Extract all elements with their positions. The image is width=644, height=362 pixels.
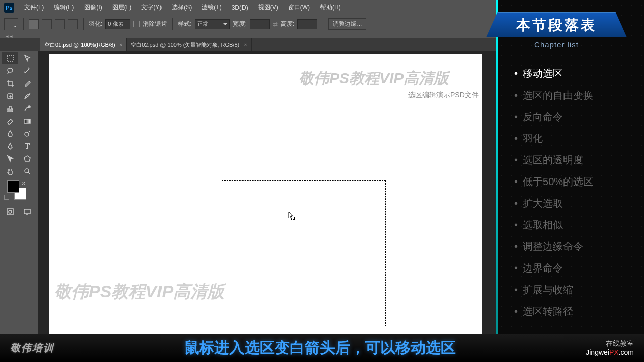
tab-doc1-label: 空白01.psd @ 100%(RGB/8): [44, 41, 115, 49]
healing-tool[interactable]: [2, 90, 18, 102]
selection-subtract[interactable]: [55, 19, 65, 29]
chapter-item-8[interactable]: 调整边缘命令: [514, 236, 644, 257]
feather-input[interactable]: [105, 19, 130, 29]
chapter-item-0[interactable]: 移动选区: [514, 63, 644, 84]
gradient-tool[interactable]: [19, 115, 35, 127]
stamp-tool[interactable]: [2, 103, 18, 115]
chapter-list: 移动选区 选区的自由变换 反向命令 羽化 选区的透明度 低于50%的选区 扩大选…: [496, 63, 644, 322]
menu-3d[interactable]: 3D(D): [227, 4, 253, 11]
chapter-item-6[interactable]: 扩大选取: [514, 193, 644, 214]
crop-tool[interactable]: [2, 77, 18, 89]
svg-point-9: [9, 210, 12, 213]
brand-right-url: JingweiPX.com: [586, 348, 634, 356]
ps-logo: Ps: [4, 3, 14, 13]
svg-point-5: [25, 132, 29, 136]
bottom-bar: 敬伟培训 鼠标进入选区变白箭头后，可以移动选区 在线教室 JingweiPX.c…: [0, 334, 644, 362]
blur-tool[interactable]: [2, 128, 18, 140]
chapter-item-10[interactable]: 扩展与收缩: [514, 279, 644, 301]
move-tool[interactable]: [19, 52, 35, 64]
menu-window[interactable]: 窗口(W): [283, 3, 315, 12]
svg-rect-0: [7, 55, 13, 61]
subtitle-text: 鼠标进入选区变白箭头后，可以移动选区: [184, 338, 456, 358]
menu-layer[interactable]: 图层(L): [107, 3, 137, 12]
zoom-tool[interactable]: [19, 165, 35, 177]
eyedropper-tool[interactable]: [19, 77, 35, 89]
menu-view[interactable]: 视图(V): [253, 3, 283, 12]
selection-new[interactable]: [29, 19, 39, 29]
height-input[interactable]: [297, 19, 317, 29]
brush-tool[interactable]: [19, 90, 35, 102]
tool-palette: ⤭: [0, 51, 38, 362]
brand-left: 敬伟培训: [10, 341, 54, 355]
style-label: 样式:: [178, 20, 191, 28]
selection-intersect[interactable]: [68, 19, 78, 29]
tool-preset-picker[interactable]: [4, 18, 18, 30]
pen-tool[interactable]: [2, 140, 18, 152]
antialias-checkbox[interactable]: [133, 21, 140, 27]
menu-type[interactable]: 文字(Y): [136, 3, 167, 12]
chapter-item-2[interactable]: 反向命令: [514, 106, 644, 128]
refine-edge-button[interactable]: 调整边缘...: [328, 18, 366, 30]
tab-doc1-close[interactable]: ×: [119, 42, 122, 48]
feather-label: 羽化:: [89, 20, 102, 28]
path-select-tool[interactable]: [2, 153, 18, 165]
type-tool[interactable]: [19, 140, 35, 152]
antialias-label: 消除锯齿: [143, 20, 167, 28]
menu-bar: Ps 文件(F) 编辑(E) 图像(I) 图层(L) 文字(Y) 选择(S) 滤…: [0, 0, 496, 15]
swap-colors-icon[interactable]: ⤭: [21, 180, 25, 186]
brand-right-top: 在线教室: [586, 339, 634, 348]
width-label: 宽度:: [233, 20, 247, 28]
collapse-bar[interactable]: ◄◄: [0, 33, 496, 38]
canvas-area[interactable]: 敬伟PS教程VIP高清版 选区编辑演示PSD文件 敬伟PS教程VIP高清版: [38, 51, 496, 362]
svg-rect-8: [7, 209, 13, 215]
tab-doc2[interactable]: 空白02.psd @ 100% (矢量智能对象, RGB/8) ×: [127, 38, 251, 51]
chapter-item-4[interactable]: 选区的透明度: [514, 149, 644, 171]
svg-rect-10: [24, 209, 30, 214]
chapter-item-1[interactable]: 选区的自由变换: [514, 84, 644, 106]
svg-point-7: [25, 169, 29, 173]
chapter-item-7[interactable]: 选取相似: [514, 214, 644, 236]
options-bar: 羽化: 消除锯齿 样式: 正常 宽度: ⇄ 高度: 调整边缘...: [0, 15, 496, 33]
foreground-color[interactable]: [7, 180, 19, 193]
menu-select[interactable]: 选择(S): [167, 3, 197, 12]
selection-add[interactable]: [42, 19, 52, 29]
color-swatches: ⤭: [2, 180, 36, 204]
chapter-item-3[interactable]: 羽化: [514, 128, 644, 149]
chapter-item-5[interactable]: 低于50%的选区: [514, 171, 644, 193]
default-colors-icon[interactable]: [4, 195, 9, 200]
chapter-item-11[interactable]: 选区转路径: [514, 301, 644, 322]
tab-doc1[interactable]: 空白01.psd @ 100%(RGB/8) ×: [40, 38, 127, 51]
style-select[interactable]: 正常: [195, 19, 230, 29]
shape-tool[interactable]: [19, 153, 35, 165]
canvas-label: 选区编辑演示PSD文件: [408, 90, 479, 100]
marquee-tool[interactable]: [2, 52, 18, 64]
quickmask-tool[interactable]: [2, 206, 18, 218]
document-tabs: 空白01.psd @ 100%(RGB/8) × 空白02.psd @ 100%…: [0, 38, 496, 51]
chapter-item-9[interactable]: 边界命令: [514, 257, 644, 279]
menu-image[interactable]: 图像(I): [79, 3, 107, 12]
lasso-tool[interactable]: [2, 65, 18, 77]
history-brush-tool[interactable]: [19, 103, 35, 115]
svg-marker-6: [24, 156, 30, 161]
dodge-tool[interactable]: [19, 128, 35, 140]
menu-help[interactable]: 帮助(H): [315, 3, 346, 12]
svg-rect-4: [24, 119, 30, 123]
menu-filter[interactable]: 滤镜(T): [197, 3, 226, 12]
panel-title: 本节段落表: [516, 16, 597, 35]
watermark-top: 敬伟PS教程VIP高清版: [299, 68, 449, 89]
hand-tool[interactable]: [2, 165, 18, 177]
chapter-panel: 本节段落表 Chapter list 移动选区 选区的自由变换 反向命令 羽化 …: [496, 0, 644, 362]
brand-right: 在线教室 JingweiPX.com: [586, 339, 634, 356]
width-input[interactable]: [250, 19, 270, 29]
watermark-bottom: 敬伟PS教程VIP高清版: [54, 280, 224, 303]
screenmode-tool[interactable]: [19, 206, 35, 218]
tab-doc2-label: 空白02.psd @ 100% (矢量智能对象, RGB/8): [131, 41, 239, 49]
eraser-tool[interactable]: [2, 115, 18, 127]
panel-subtitle: Chapter list: [486, 40, 627, 49]
tab-doc2-close[interactable]: ×: [244, 42, 247, 48]
selection-marquee[interactable]: [222, 180, 386, 326]
magic-wand-tool[interactable]: [19, 65, 35, 77]
menu-file[interactable]: 文件(F): [19, 3, 49, 12]
panel-header: 本节段落表: [486, 12, 627, 37]
menu-edit[interactable]: 编辑(E): [49, 3, 79, 12]
